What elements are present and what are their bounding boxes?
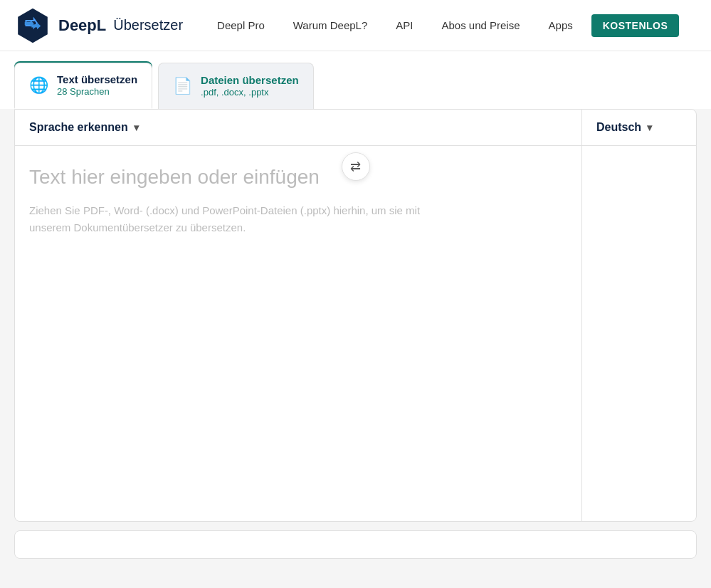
nav-api[interactable]: API	[384, 14, 424, 37]
tab-text-labels: Text übersetzen 28 Sprachen	[57, 73, 137, 98]
nav-why[interactable]: Warum DeepL?	[282, 14, 379, 37]
source-panel-header: Sprache erkennen ▾	[15, 110, 581, 146]
source-lang-selector[interactable]: Sprache erkennen ▾	[29, 121, 139, 134]
translator-container: Sprache erkennen ▾ Text hier eingeben od…	[14, 109, 697, 522]
swap-icon: ⇄	[350, 159, 361, 174]
apps-area: Apps KOSTENLOS	[537, 14, 680, 37]
swap-languages-button[interactable]: ⇄	[342, 152, 370, 181]
target-panel-header: Deutsch ▾	[582, 110, 696, 146]
tab-text-subtitle: 28 Sprachen	[57, 86, 137, 98]
logo-name: DeepL	[58, 16, 106, 35]
tab-text-title: Text übersetzen	[57, 73, 137, 86]
deepl-logo-icon	[14, 7, 51, 44]
main-nav: Deepl Pro Warum DeepL? API Abos und Prei…	[206, 14, 697, 37]
tab-files-subtitle: .pdf, .docx, .pptx	[201, 87, 299, 98]
source-panel: Sprache erkennen ▾ Text hier eingeben od…	[15, 110, 582, 521]
source-text-area[interactable]: Text hier eingeben oder einfügen Ziehen …	[15, 146, 581, 521]
tab-files[interactable]: 📄 Dateien übersetzen .pdf, .docx, .pptx	[158, 63, 314, 109]
logo-tagline: Übersetzer	[113, 17, 183, 33]
target-lang-chevron-icon: ▾	[647, 122, 652, 133]
tab-files-title: Dateien übersetzen	[201, 74, 299, 87]
main-content: Sprache erkennen ▾ Text hier eingeben od…	[0, 109, 711, 573]
nav-pricing[interactable]: Abos und Preise	[430, 14, 531, 37]
target-panel: Deutsch ▾	[582, 110, 696, 521]
tab-text[interactable]: 🌐 Text übersetzen 28 Sprachen	[14, 63, 152, 109]
placeholder-title: Text hier eingeben oder einfügen	[29, 163, 567, 191]
document-icon: 📄	[173, 77, 192, 95]
nav-apps[interactable]: Apps	[537, 14, 584, 37]
target-lang-selector[interactable]: Deutsch ▾	[596, 121, 652, 134]
target-lang-label: Deutsch	[596, 121, 641, 134]
tab-files-labels: Dateien übersetzen .pdf, .docx, .pptx	[201, 74, 299, 98]
nav-pro[interactable]: Deepl Pro	[206, 14, 276, 37]
globe-icon: 🌐	[29, 76, 48, 95]
placeholder-subtext: Ziehen Sie PDF-, Word- (.docx) und Power…	[29, 202, 442, 236]
header: DeepL Übersetzer Deepl Pro Warum DeepL? …	[0, 0, 711, 51]
bottom-card	[14, 530, 697, 559]
tabs-bar: 🌐 Text übersetzen 28 Sprachen 📄 Dateien …	[0, 51, 711, 109]
source-lang-label: Sprache erkennen	[29, 121, 128, 134]
cta-button[interactable]: KOSTENLOS	[591, 14, 680, 37]
logo-area[interactable]: DeepL Übersetzer	[14, 7, 183, 44]
source-lang-chevron-icon: ▾	[134, 122, 139, 133]
